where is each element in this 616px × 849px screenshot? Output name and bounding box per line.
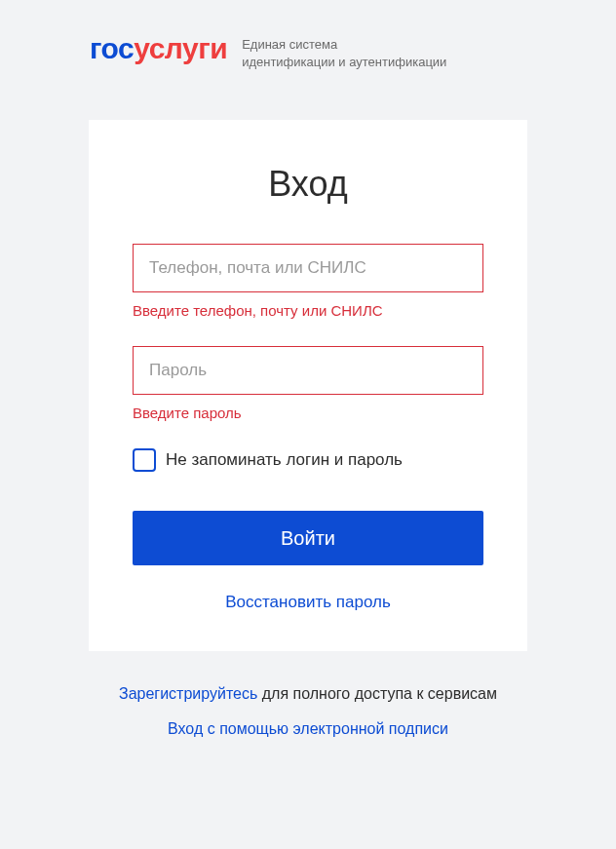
subtitle-line-2: идентификации и аутентификации [242,54,446,71]
password-field: Введите пароль [133,346,483,421]
password-input[interactable] [133,346,483,395]
logo-part-uslugi: услуги [134,32,227,64]
login-input[interactable] [133,244,483,292]
register-link[interactable]: Зарегистрируйтесь [119,685,257,702]
login-field: Введите телефон, почту или СНИЛС [133,244,483,319]
remember-row: Не запоминать логин и пароль [133,448,483,472]
remember-checkbox[interactable] [133,448,156,472]
subtitle-line-1: Единая система [242,36,446,54]
register-text: для полного доступа к сервисам [257,685,497,702]
footer: Зарегистрируйтесь для полного доступа к … [0,685,616,738]
page-title: Вход [133,164,483,205]
submit-button[interactable]: Войти [133,511,483,565]
login-card: Вход Введите телефон, почту или СНИЛС Вв… [89,120,527,651]
password-error: Введите пароль [133,405,483,421]
logo: госуслуги [90,34,227,63]
restore-password-link[interactable]: Восстановить пароль [133,593,483,612]
login-error: Введите телефон, почту или СНИЛС [133,302,483,319]
page-header: госуслуги Единая система идентификации и… [0,0,616,71]
esign-link[interactable]: Вход с помощью электронной подписи [168,720,448,737]
remember-label: Не запоминать логин и пароль [166,450,403,470]
logo-subtitle: Единая система идентификации и аутентифи… [242,34,446,71]
register-line: Зарегистрируйтесь для полного доступа к … [0,685,616,703]
logo-part-gos: гос [90,32,134,64]
esign-line: Вход с помощью электронной подписи [0,720,616,738]
